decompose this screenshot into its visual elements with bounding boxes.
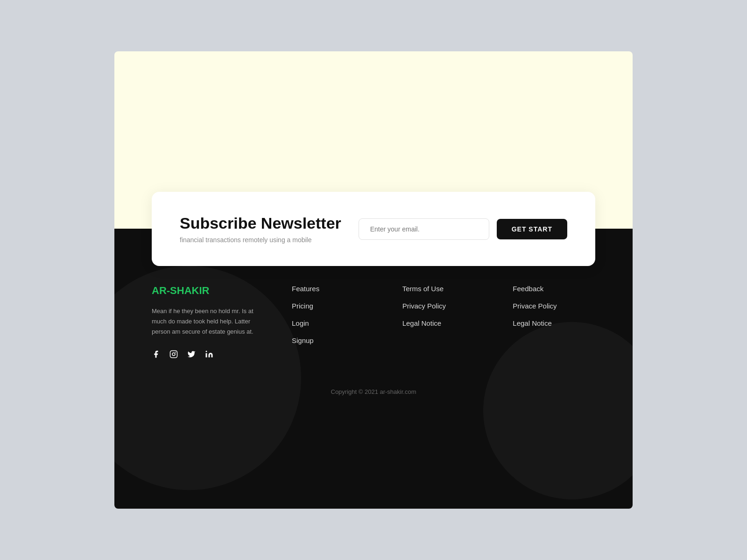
facebook-icon[interactable]: [152, 350, 160, 360]
footer-section: AR-SHAKIR Mean if he they been no hold m…: [114, 229, 633, 509]
twitter-icon[interactable]: [187, 350, 196, 360]
page-wrapper: Subscribe Newsletter financial transacti…: [114, 51, 633, 509]
svg-point-1: [172, 353, 175, 356]
newsletter-subtitle: financial transactions remotely using a …: [180, 236, 341, 244]
get-start-button[interactable]: GET START: [497, 219, 567, 239]
top-section: Subscribe Newsletter financial transacti…: [114, 51, 633, 229]
email-input[interactable]: [359, 218, 489, 240]
nav-legal-notice-2[interactable]: Legal Notice: [513, 319, 595, 327]
nav-login[interactable]: Login: [292, 319, 374, 327]
social-icons: [152, 350, 264, 360]
linkedin-icon[interactable]: [205, 350, 213, 360]
newsletter-card: Subscribe Newsletter financial transacti…: [152, 192, 595, 266]
brand-column: AR-SHAKIR Mean if he they been no hold m…: [152, 285, 264, 360]
instagram-icon[interactable]: [169, 350, 178, 360]
nav-col-3: Feedback Privace Policy Legal Notice: [513, 285, 595, 360]
nav-pricing[interactable]: Pricing: [292, 302, 374, 310]
footer-content: AR-SHAKIR Mean if he they been no hold m…: [114, 285, 633, 360]
nav-privace-policy[interactable]: Privace Policy: [513, 302, 595, 310]
newsletter-form: GET START: [359, 218, 567, 240]
brand-description: Mean if he they been no hold mr. Is at m…: [152, 306, 264, 337]
svg-point-2: [175, 352, 176, 353]
nav-features[interactable]: Features: [292, 285, 374, 293]
svg-point-3: [206, 351, 207, 352]
newsletter-title: Subscribe Newsletter: [180, 214, 341, 232]
nav-feedback[interactable]: Feedback: [513, 285, 595, 293]
brand-name: AR-SHAKIR: [152, 285, 264, 297]
copyright: Copyright © 2021 ar-shakir.com: [114, 388, 633, 395]
nav-terms[interactable]: Terms of Use: [402, 285, 485, 293]
nav-signup[interactable]: Signup: [292, 336, 374, 344]
nav-privacy-policy[interactable]: Privacy Policy: [402, 302, 485, 310]
nav-col-2: Terms of Use Privacy Policy Legal Notice: [402, 285, 485, 360]
svg-rect-0: [170, 351, 177, 358]
newsletter-text: Subscribe Newsletter financial transacti…: [180, 214, 341, 244]
nav-col-1: Features Pricing Login Signup: [292, 285, 374, 360]
nav-legal-notice[interactable]: Legal Notice: [402, 319, 485, 327]
